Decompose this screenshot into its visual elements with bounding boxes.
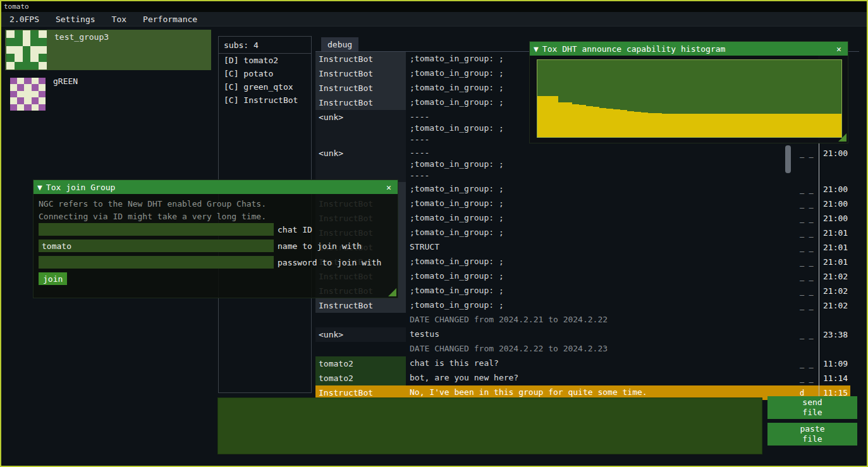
message-status: _ _	[797, 197, 819, 211]
histogram-bar	[620, 110, 627, 137]
menu-item-fps[interactable]: 2.0FPS	[1, 12, 47, 27]
dht-histogram-titlebar[interactable]: ▼ Tox DHT announce capability histogram …	[530, 42, 848, 56]
date-separator-row: DATE CHANGED from 2024.2.21 to 2024.2.22	[315, 313, 850, 327]
message-input[interactable]	[217, 397, 762, 454]
collapse-icon[interactable]: ▼	[534, 44, 539, 54]
resize-grip[interactable]	[388, 288, 396, 296]
message-text: ;tomato_in_group: ;	[406, 284, 797, 298]
histogram-bar	[537, 96, 544, 137]
members-list: [D] tomato2[C] potato[C] green_qtox[C] I…	[219, 54, 311, 107]
join-password-input[interactable]	[39, 256, 274, 269]
histogram-bar	[676, 114, 683, 137]
message-sender: tomato2	[315, 356, 406, 371]
message-text: bot, are you new here?	[406, 371, 797, 385]
message-sender	[315, 313, 406, 327]
histogram-bar	[627, 111, 634, 137]
collapse-icon[interactable]: ▼	[37, 183, 42, 192]
message-sender: InstructBot	[315, 95, 406, 110]
histogram-bar	[779, 114, 786, 137]
group-avatar	[10, 78, 46, 111]
chat-message-row[interactable]: tomato2chat is this real?_ _11:09	[315, 356, 850, 371]
menu-item-settings[interactable]: Settings	[47, 12, 104, 27]
group-avatar	[6, 30, 47, 70]
histogram-bar	[586, 106, 593, 137]
tab-debug[interactable]: debug	[321, 37, 358, 52]
histogram-bar	[634, 112, 641, 137]
message-status: _ _	[797, 211, 819, 226]
member-item[interactable]: [D] tomato2	[219, 54, 311, 67]
dht-histogram-title: Tox DHT announce capability histogram	[542, 44, 726, 54]
message-time: 21:00	[819, 146, 850, 182]
message-time: 21:00	[819, 211, 850, 226]
close-icon[interactable]: ✕	[384, 183, 394, 192]
histogram-bar	[606, 109, 613, 137]
group-item-test_group3[interactable]: test_group3	[5, 30, 211, 70]
message-time: 21:00	[819, 197, 850, 211]
message-time: 11:14	[819, 371, 850, 385]
histogram-bar	[572, 104, 579, 137]
chat-id-label: chat ID	[278, 225, 312, 234]
chat-message-row[interactable]: tomato2bot, are you new here?_ _11:14	[315, 371, 850, 385]
join-name-input[interactable]	[39, 240, 274, 252]
histogram-bar	[599, 108, 606, 137]
message-sender: tomato2	[315, 371, 406, 385]
chat-message-row[interactable]: <unk>testus_ _23:38	[315, 327, 850, 342]
message-status: _ _	[797, 226, 819, 240]
send-file-button[interactable]: send file	[767, 396, 857, 419]
histogram-bar	[662, 114, 669, 137]
menu-item-tox[interactable]: Tox	[104, 12, 135, 27]
message-status: _ _	[797, 284, 819, 298]
join-button[interactable]: join	[39, 272, 67, 285]
message-text: ;tomato_in_group: ;	[406, 182, 797, 197]
histogram-bar	[793, 114, 800, 137]
message-status: _ _	[797, 255, 819, 269]
message-status	[797, 313, 819, 327]
join-group-title: Tox join Group	[46, 183, 116, 192]
histogram-bar	[759, 114, 766, 137]
chat-message-row[interactable]: InstructBot;tomato_in_group: ;_ _21:02	[315, 298, 850, 313]
menu-item-performance[interactable]: Performance	[135, 12, 205, 27]
message-time: 21:01	[819, 255, 850, 269]
message-sender: InstructBot	[315, 66, 406, 81]
paste-file-button[interactable]: paste file	[767, 423, 857, 446]
message-time: 21:01	[819, 240, 850, 255]
chat-message-row[interactable]: <unk>---- ;tomato_in_group: ; ----_ _21:…	[315, 146, 850, 182]
histogram-bar	[648, 113, 655, 137]
group-list: test_group3gREEN	[5, 30, 211, 118]
histogram-bar	[710, 114, 717, 137]
member-item[interactable]: [C] InstructBot	[219, 94, 311, 107]
message-text: chat is this real?	[406, 356, 797, 371]
histogram-bar	[731, 114, 738, 137]
member-item[interactable]: [C] potato	[219, 67, 311, 80]
join-group-window: ▼ Tox join Group ✕ NGC refers to the New…	[33, 179, 398, 298]
message-sender	[315, 342, 406, 356]
member-item[interactable]: [C] green_qtox	[219, 80, 311, 94]
message-status: _ _	[797, 327, 819, 342]
close-icon[interactable]: ✕	[834, 44, 844, 54]
menu-bar: 2.0FPSSettingsToxPerformance	[1, 12, 867, 27]
resize-grip[interactable]	[838, 133, 847, 142]
message-text: testus	[406, 327, 797, 342]
chat-id-input[interactable]	[39, 223, 274, 236]
join-group-titlebar[interactable]: ▼ Tox join Group ✕	[34, 180, 398, 194]
window-titlebar[interactable]: tomato	[1, 1, 867, 12]
app-window: tomato 2.0FPSSettingsToxPerformance test…	[0, 0, 868, 467]
histogram-bar	[697, 114, 704, 137]
message-text: ;tomato_in_group: ;	[406, 298, 797, 313]
group-item-gREEN[interactable]: gREEN	[5, 74, 211, 114]
group-name: test_group3	[54, 32, 109, 42]
histogram-bar	[752, 114, 759, 137]
histogram-bar	[821, 114, 828, 137]
dht-histogram-window: ▼ Tox DHT announce capability histogram …	[529, 41, 848, 143]
message-status: _ _	[797, 298, 819, 313]
histogram-bar	[724, 114, 731, 137]
members-header: subs: 4	[219, 37, 311, 53]
histogram-bar	[738, 114, 745, 137]
chat-scrollbar[interactable]	[785, 145, 791, 173]
message-time: 21:00	[819, 182, 850, 197]
date-changed-text: DATE CHANGED from 2024.2.21 to 2024.2.22	[406, 313, 797, 327]
histogram-bar	[641, 112, 648, 137]
histogram-bar	[690, 114, 697, 137]
message-time: 21:01	[819, 226, 850, 240]
histogram-bar	[807, 114, 814, 137]
